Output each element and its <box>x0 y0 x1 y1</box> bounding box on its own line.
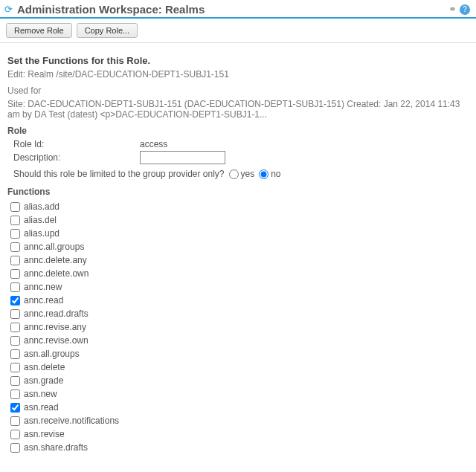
function-checkbox[interactable] <box>10 443 20 453</box>
toolbar: Remove Role Copy Role... <box>0 19 476 43</box>
page-header: ⟳ Administration Workspace: Realms ⚭ ? <box>0 0 476 19</box>
function-label: annc.read <box>24 295 63 305</box>
function-checkbox[interactable] <box>10 363 20 372</box>
function-checkbox[interactable] <box>10 296 20 305</box>
function-label: asn.read <box>24 402 59 413</box>
function-item: asn.receive.notifications <box>7 414 469 427</box>
limit-no-label: no <box>271 169 280 179</box>
function-label: asn.grade <box>24 375 63 386</box>
copy-role-button[interactable]: Copy Role... <box>77 23 138 38</box>
function-label: annc.new <box>24 282 62 292</box>
function-label: alias.upd <box>24 228 60 239</box>
function-label: annc.revise.any <box>24 322 86 332</box>
function-item: annc.read <box>7 294 469 307</box>
limit-no-radio[interactable] <box>259 169 268 179</box>
function-label: asn.new <box>24 389 57 399</box>
function-checkbox[interactable] <box>10 323 20 332</box>
role-id-value: access <box>140 139 167 149</box>
function-item: annc.new <box>7 280 469 294</box>
function-label: alias.del <box>24 215 57 225</box>
function-checkbox[interactable] <box>10 269 20 279</box>
role-description-label: Description: <box>13 152 140 163</box>
page-title: Administration Workspace: Realms <box>17 3 448 16</box>
function-item: asn.read <box>7 401 469 414</box>
function-label: alias.add <box>24 201 60 212</box>
remove-role-button[interactable]: Remove Role <box>6 23 72 38</box>
function-label: annc.all.groups <box>24 242 84 252</box>
function-item: alias.del <box>7 213 469 227</box>
function-checkbox[interactable] <box>10 202 20 212</box>
role-description-row: Description: <box>13 151 469 164</box>
function-checkbox[interactable] <box>10 242 20 252</box>
used-for-label: Used for <box>7 85 469 96</box>
function-item: annc.revise.any <box>7 320 469 334</box>
function-item: annc.read.drafts <box>7 307 469 320</box>
function-item: annc.revise.own <box>7 334 469 347</box>
function-item: asn.delete <box>7 361 469 374</box>
functions-section-label: Functions <box>7 187 469 197</box>
function-checkbox[interactable] <box>10 309 20 319</box>
role-id-label: Role Id: <box>13 139 140 149</box>
function-label: annc.delete.own <box>24 268 89 279</box>
header-right-icons: ⚭ ? <box>448 4 470 15</box>
function-item: annc.all.groups <box>7 240 469 253</box>
function-checkbox[interactable] <box>10 430 20 439</box>
limit-yes-label: yes <box>241 169 255 179</box>
function-item: asn.revise <box>7 427 469 441</box>
function-label: asn.revise <box>24 429 65 439</box>
edit-line: Edit: Realm /site/DAC-EDUCATION-DEPT1-SU… <box>7 69 469 80</box>
limit-yes-option[interactable]: yes <box>229 169 255 179</box>
content-heading: Set the Functions for this Role. <box>7 55 469 66</box>
limit-no-option[interactable]: no <box>259 169 280 179</box>
reload-icon[interactable]: ⟳ <box>4 4 13 15</box>
role-description-input[interactable] <box>140 151 225 164</box>
function-item: alias.add <box>7 200 469 213</box>
function-label: annc.revise.own <box>24 335 89 346</box>
function-item: asn.grade <box>7 374 469 387</box>
limit-yes-radio[interactable] <box>229 169 239 179</box>
function-checkbox[interactable] <box>10 229 20 239</box>
used-for-text: Site: DAC-EDUCATION-DEPT1-SUBJ1-151 (DAC… <box>7 99 469 120</box>
function-label: asn.receive.notifications <box>24 416 119 426</box>
function-checkbox[interactable] <box>10 376 20 386</box>
function-label: asn.delete <box>24 362 65 372</box>
function-label: annc.read.drafts <box>24 308 89 319</box>
function-checkbox[interactable] <box>10 256 20 265</box>
role-limit-row: Should this role be limited to the group… <box>13 169 469 179</box>
role-section-label: Role <box>7 126 469 136</box>
help-icon[interactable]: ? <box>460 4 470 15</box>
function-checkbox[interactable] <box>10 389 20 399</box>
function-item: alias.upd <box>7 227 469 240</box>
function-checkbox[interactable] <box>10 416 20 426</box>
function-checkbox[interactable] <box>10 216 20 225</box>
function-checkbox[interactable] <box>10 282 20 292</box>
function-item: annc.delete.own <box>7 267 469 280</box>
function-item: asn.share.drafts <box>7 441 469 454</box>
role-table: Role Id: access Description: <box>13 139 469 164</box>
function-label: annc.delete.any <box>24 255 87 265</box>
function-item: annc.delete.any <box>7 253 469 267</box>
functions-list: alias.addalias.delalias.updannc.all.grou… <box>7 200 469 454</box>
function-label: asn.all.groups <box>24 349 80 359</box>
role-limit-question: Should this role be limited to the group… <box>13 169 225 179</box>
link-icon[interactable]: ⚭ <box>448 4 457 15</box>
function-label: asn.share.drafts <box>24 442 88 453</box>
function-item: asn.all.groups <box>7 347 469 361</box>
function-checkbox[interactable] <box>10 349 20 359</box>
function-item: asn.new <box>7 387 469 401</box>
function-checkbox[interactable] <box>10 336 20 346</box>
role-id-row: Role Id: access <box>13 139 469 149</box>
function-checkbox[interactable] <box>10 403 20 413</box>
content: Set the Functions for this Role. Edit: R… <box>0 43 476 459</box>
